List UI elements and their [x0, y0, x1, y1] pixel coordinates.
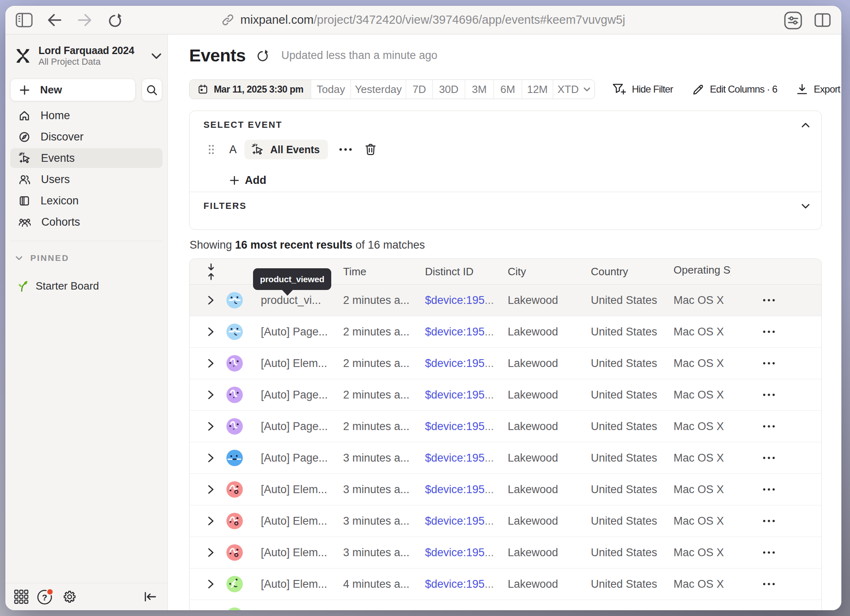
- cell-distinct-id[interactable]: $device:195...: [425, 578, 508, 591]
- row-more-button[interactable]: [763, 456, 775, 460]
- chevron-right-icon[interactable]: [207, 453, 215, 463]
- table-row[interactable]: [Auto] Elem... 4 minutes a... $device:19…: [190, 600, 821, 610]
- split-view-button[interactable]: [814, 11, 832, 29]
- row-more-button[interactable]: [763, 299, 775, 302]
- sidebar-item-discover[interactable]: Discover: [10, 127, 163, 147]
- table-row[interactable]: [Auto] Elem... 3 minutes a... $device:19…: [190, 537, 821, 568]
- preset-xtd[interactable]: XTD: [553, 80, 595, 99]
- export-button[interactable]: Export: [796, 83, 840, 95]
- row-more-button[interactable]: [763, 582, 775, 586]
- chevron-right-icon[interactable]: [207, 516, 215, 526]
- reload-button[interactable]: [106, 11, 124, 29]
- table-row[interactable]: [Auto] Page... 2 minutes a... $device:19…: [190, 379, 821, 411]
- cell-event-name[interactable]: product_vi...: [261, 294, 343, 307]
- row-more-button[interactable]: [763, 393, 775, 396]
- cell-distinct-id[interactable]: $device:195...: [425, 294, 508, 307]
- forward-button[interactable]: [76, 11, 94, 29]
- drag-handle-icon[interactable]: [208, 145, 214, 154]
- preset-today[interactable]: Today: [311, 80, 350, 99]
- row-more-button[interactable]: [763, 362, 775, 365]
- workspace-switcher[interactable]: Lord Farquaad 2024 All Project Data: [16, 45, 162, 66]
- row-more-button[interactable]: [763, 488, 775, 491]
- sidebar-item-events[interactable]: Events: [10, 148, 163, 168]
- pinned-section-header[interactable]: PINNED: [16, 253, 167, 263]
- chevron-right-icon[interactable]: [207, 295, 215, 306]
- table-row[interactable]: [Auto] Page... 2 minutes a... $device:19…: [190, 411, 821, 442]
- cell-distinct-id[interactable]: $device:195...: [425, 609, 508, 611]
- preset-7d[interactable]: 7D: [406, 80, 432, 99]
- column-header-time[interactable]: Time: [343, 265, 425, 278]
- sidebar-toggle-button[interactable]: [15, 11, 33, 29]
- preset-yesterday[interactable]: Yesterday: [350, 80, 406, 99]
- row-more-button[interactable]: [763, 551, 775, 554]
- chevron-right-icon[interactable]: [207, 579, 215, 589]
- table-row[interactable]: [Auto] Elem... 4 minutes a... $device:19…: [190, 568, 821, 600]
- collapse-all-icon[interactable]: [207, 263, 215, 281]
- row-more-button[interactable]: [763, 330, 775, 333]
- cell-distinct-id[interactable]: $device:195...: [425, 389, 508, 401]
- column-header-city[interactable]: City: [508, 265, 591, 278]
- cell-distinct-id[interactable]: $device:195...: [425, 452, 508, 464]
- table-row[interactable]: [Auto] Elem... 3 minutes a... $device:19…: [190, 474, 821, 505]
- hide-filter-button[interactable]: Hide Filter: [612, 83, 673, 96]
- cell-event-name[interactable]: [Auto] Page...: [261, 420, 343, 433]
- row-more-button[interactable]: [763, 519, 775, 523]
- add-event-button[interactable]: Add: [229, 174, 821, 187]
- cell-distinct-id[interactable]: $device:195...: [425, 546, 508, 559]
- collapse-sidebar-button[interactable]: [141, 588, 159, 606]
- table-row[interactable]: [Auto] Page... 3 minutes a... $device:19…: [190, 442, 821, 474]
- preset-12m[interactable]: 12M: [522, 80, 553, 99]
- column-header-country[interactable]: Country: [591, 265, 674, 278]
- cell-event-name[interactable]: [Auto] Elem...: [261, 609, 343, 611]
- cell-distinct-id[interactable]: $device:195...: [425, 483, 508, 496]
- back-button[interactable]: [45, 11, 63, 29]
- chevron-right-icon[interactable]: [207, 326, 215, 337]
- preset-3m[interactable]: 3M: [465, 80, 493, 99]
- event-more-button[interactable]: [339, 148, 352, 151]
- page-settings-button[interactable]: [784, 11, 802, 29]
- chevron-up-icon[interactable]: [801, 122, 810, 128]
- new-button[interactable]: New: [10, 79, 136, 101]
- address-bar[interactable]: mixpanel.com/project/3472420/view/397469…: [222, 13, 625, 27]
- chevron-down-icon[interactable]: [801, 204, 810, 209]
- settings-button[interactable]: [61, 588, 79, 606]
- apps-grid-button[interactable]: [12, 588, 30, 606]
- edit-columns-button[interactable]: Edit Columns · 6: [692, 83, 778, 96]
- date-picker[interactable]: Mar 11, 2025 3:30 pm: [190, 80, 311, 99]
- table-row[interactable]: [Auto] Elem... 2 minutes a... $device:19…: [190, 348, 821, 379]
- sidebar-item-lexicon[interactable]: Lexicon: [10, 191, 163, 211]
- cell-event-name[interactable]: [Auto] Elem...: [261, 515, 343, 528]
- sidebar-item-cohorts[interactable]: Cohorts: [10, 212, 163, 232]
- chevron-right-icon[interactable]: [207, 421, 215, 432]
- trash-icon[interactable]: [365, 143, 376, 156]
- table-row[interactable]: [Auto] Page... 2 minutes a... $device:19…: [190, 316, 821, 348]
- cell-event-name[interactable]: [Auto] Elem...: [261, 483, 343, 496]
- search-button[interactable]: [142, 79, 162, 101]
- chevron-right-icon[interactable]: [207, 547, 215, 558]
- chevron-right-icon[interactable]: [207, 358, 215, 369]
- cell-distinct-id[interactable]: $device:195...: [425, 515, 508, 528]
- cell-event-name[interactable]: [Auto] Elem...: [261, 578, 343, 591]
- cell-event-name[interactable]: [Auto] Elem...: [261, 546, 343, 559]
- chevron-right-icon[interactable]: [207, 390, 215, 400]
- cell-event-name[interactable]: [Auto] Elem...: [261, 357, 343, 370]
- column-header-distinct-id[interactable]: Distinct ID: [425, 265, 508, 278]
- sidebar-item-starter-board[interactable]: Starter Board: [16, 280, 167, 292]
- table-row[interactable]: [Auto] Elem... 3 minutes a... $device:19…: [190, 505, 821, 537]
- cell-event-name[interactable]: [Auto] Page...: [261, 326, 343, 338]
- help-button[interactable]: ?: [36, 588, 54, 606]
- event-selector-chip[interactable]: All Events: [244, 140, 328, 159]
- chevron-right-icon[interactable]: [207, 484, 215, 495]
- sidebar-item-home[interactable]: Home: [10, 106, 163, 125]
- refresh-icon[interactable]: [256, 49, 269, 62]
- cell-distinct-id[interactable]: $device:195...: [425, 326, 508, 338]
- row-more-button[interactable]: [763, 425, 775, 428]
- cell-distinct-id[interactable]: $device:195...: [425, 420, 508, 433]
- cell-event-name[interactable]: [Auto] Page...: [261, 452, 343, 464]
- cell-event-name[interactable]: [Auto] Page...: [261, 389, 343, 401]
- column-header-os[interactable]: Operating System: [674, 264, 763, 279]
- cell-distinct-id[interactable]: $device:195...: [425, 357, 508, 370]
- preset-6m[interactable]: 6M: [493, 80, 522, 99]
- sidebar-item-users[interactable]: Users: [10, 170, 163, 189]
- preset-30d[interactable]: 30D: [432, 80, 465, 99]
